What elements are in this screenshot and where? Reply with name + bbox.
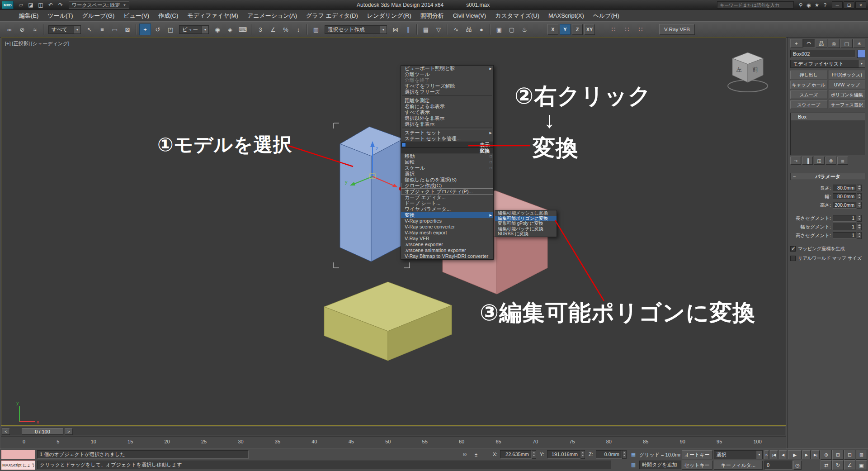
display-tab[interactable]: ▢: [840, 39, 853, 48]
quad-menu-item[interactable]: .vrscene animation exporter: [401, 247, 493, 253]
docked-tools-icon-3[interactable]: ∷: [635, 24, 646, 35]
layer-manager-icon[interactable]: ▤: [420, 24, 432, 35]
modifier-list-dropdown[interactable]: モディファイヤリスト ▼: [790, 60, 865, 68]
menu-item[interactable]: MAXScript(X): [544, 10, 589, 21]
spinner-snap-toggle-icon[interactable]: ↕: [292, 24, 304, 35]
select-and-link-icon[interactable]: ∞: [4, 24, 15, 35]
quad-menu-item[interactable]: V-Ray scene converter: [401, 224, 493, 230]
quad-menu-item[interactable]: V-Ray mesh export: [401, 230, 493, 236]
new-scene-icon[interactable]: ▱: [16, 1, 25, 9]
create-tab[interactable]: +: [790, 39, 802, 48]
select-and-rotate-icon[interactable]: ↺: [152, 24, 164, 35]
close-button[interactable]: ×: [855, 1, 866, 9]
reference-coordinate-dropdown[interactable]: ビュー▼: [179, 25, 209, 34]
time-tag-icon[interactable]: ▦: [629, 461, 637, 469]
minimize-button[interactable]: ─: [832, 1, 843, 9]
quad-menu-item[interactable]: カーブ エディタ...: [401, 195, 493, 200]
submenu-item[interactable]: 編集可能メッシュに変換: [495, 210, 557, 216]
go-to-start-icon[interactable]: |◀: [770, 450, 778, 459]
parameter-field[interactable]: 1: [833, 224, 856, 230]
viewport[interactable]: [+] [正投影] [シェーディング]: [1, 38, 786, 426]
toolbar-icon[interactable]: [251, 24, 252, 35]
motion-tab[interactable]: ◎: [828, 39, 840, 48]
quad-menu-item[interactable]: ステート セットを管理...: [401, 136, 493, 142]
modify-tab[interactable]: ◠: [803, 39, 815, 48]
material-editor-icon[interactable]: ●: [476, 24, 487, 35]
set-key-button[interactable]: セットキー: [682, 461, 712, 470]
axis-constraint-z-button[interactable]: Z: [572, 24, 583, 35]
maximize-viewport-toggle-icon[interactable]: ▣: [856, 460, 867, 470]
quad-menu-item[interactable]: 名前による非表示: [401, 104, 493, 109]
help-icon[interactable]: ?: [821, 1, 829, 9]
time-configuration-icon[interactable]: ◷: [793, 461, 802, 470]
rectangular-selection-region-icon[interactable]: ▭: [109, 24, 121, 35]
graphite-ribbon-toggle-icon[interactable]: ▽: [433, 24, 444, 35]
remove-modifier-icon[interactable]: ⊗: [826, 157, 836, 165]
axis-constraint-xy-button[interactable]: XY: [584, 24, 595, 35]
curve-editor-icon[interactable]: ∿: [450, 24, 462, 35]
search-icon[interactable]: ⚲: [797, 1, 805, 9]
parameter-field[interactable]: 1: [833, 215, 856, 222]
quad-menu-item[interactable]: 移動: [401, 153, 493, 159]
quad-header-display[interactable]: 表示: [401, 142, 493, 147]
quad-header-transform[interactable]: 変換: [401, 147, 493, 153]
orbit-icon[interactable]: ↻: [832, 460, 844, 470]
menu-item[interactable]: 照明分析: [416, 10, 448, 21]
align-icon[interactable]: ∥: [402, 24, 414, 35]
quad-menu-item[interactable]: 分離を終了: [401, 77, 493, 83]
show-end-result-icon[interactable]: ▐: [802, 157, 813, 165]
toolbar-icon[interactable]: [43, 24, 44, 35]
window-crossing-icon[interactable]: ⊠: [122, 24, 133, 35]
x-spinner[interactable]: [532, 450, 536, 459]
next-frame-button[interactable]: >: [65, 428, 73, 435]
modifier-set-button[interactable]: UVW マップ: [829, 81, 866, 89]
spinner[interactable]: [857, 215, 862, 222]
parameter-field[interactable]: 200.0mm: [833, 202, 856, 209]
quad-menu-item[interactable]: ビューポート照明と影: [401, 66, 493, 71]
modifier-set-button[interactable]: サーフェス選択: [829, 100, 866, 109]
menu-item[interactable]: ヘルプ(H): [589, 10, 624, 21]
viewcube[interactable]: 左 前: [726, 49, 769, 96]
schematic-view-icon[interactable]: 品: [463, 24, 475, 35]
zoom-extents-icon[interactable]: ⊡: [844, 450, 855, 460]
model-box-yellow[interactable]: [324, 282, 452, 361]
menu-item[interactable]: レンダリング(R): [363, 10, 416, 21]
quad-menu-item[interactable]: 類似したものを選択(S): [401, 177, 493, 183]
z-spinner[interactable]: [622, 450, 627, 459]
unlink-selection-icon[interactable]: ⊘: [16, 24, 28, 35]
redo-icon[interactable]: ↷: [56, 1, 65, 9]
menu-item[interactable]: モディファイヤ(M): [183, 10, 243, 21]
selection-set-dropdown[interactable]: 選択 ▼: [714, 450, 763, 459]
quad-menu-item[interactable]: [402, 128, 492, 129]
spinner[interactable]: [857, 232, 862, 239]
docked-tools-icon-2[interactable]: ∷: [621, 24, 633, 35]
menu-item[interactable]: カスタマイズ(U): [491, 10, 544, 21]
select-and-move-icon[interactable]: +: [139, 24, 151, 35]
time-slider-grip[interactable]: 0 / 100: [22, 428, 63, 435]
favorites-star-icon[interactable]: ★: [813, 1, 821, 9]
modifier-set-button[interactable]: スムーズ: [790, 90, 827, 99]
percent-snap-toggle-icon[interactable]: %: [280, 24, 292, 35]
quad-menu-item[interactable]: オブジェクト プロパティ(P)...: [401, 189, 493, 195]
track-bar[interactable]: 0510152025303540455055606570758085909510…: [1, 437, 786, 448]
mirror-icon[interactable]: ⋈: [390, 24, 401, 35]
quad-menu-item[interactable]: 距離を測定: [401, 98, 493, 104]
quad-menu-item[interactable]: すべて表示: [401, 109, 493, 115]
selection-lock-toggle-icon[interactable]: ⊙: [461, 451, 469, 458]
zoom-icon[interactable]: ⊕: [821, 450, 832, 460]
select-object-icon[interactable]: ↖: [84, 24, 95, 35]
time-slider[interactable]: < 0 / 100 >: [1, 427, 786, 437]
z-coordinate-field[interactable]: 0.0mm: [596, 450, 622, 459]
play-animation-icon[interactable]: ▶: [788, 450, 802, 459]
vray-vfb-button[interactable]: V-Ray VFB: [659, 24, 695, 35]
quad-menu-item[interactable]: .vrscene exporter: [401, 242, 493, 247]
quad-menu-item[interactable]: ステート セット: [401, 130, 493, 136]
y-spinner[interactable]: [580, 450, 585, 459]
object-name-field[interactable]: Box002: [790, 50, 855, 58]
communication-center-icon[interactable]: ◉: [805, 1, 813, 9]
submenu-item[interactable]: 変形可能 gPoly に変換: [495, 221, 557, 226]
toolbar-icon[interactable]: [136, 24, 137, 35]
maxscript-mini-listener[interactable]: MAXScript にょう: [1, 460, 35, 470]
render-setup-icon[interactable]: ▣: [493, 24, 505, 35]
time-tag-field[interactable]: 時間タグを追加: [639, 461, 686, 469]
